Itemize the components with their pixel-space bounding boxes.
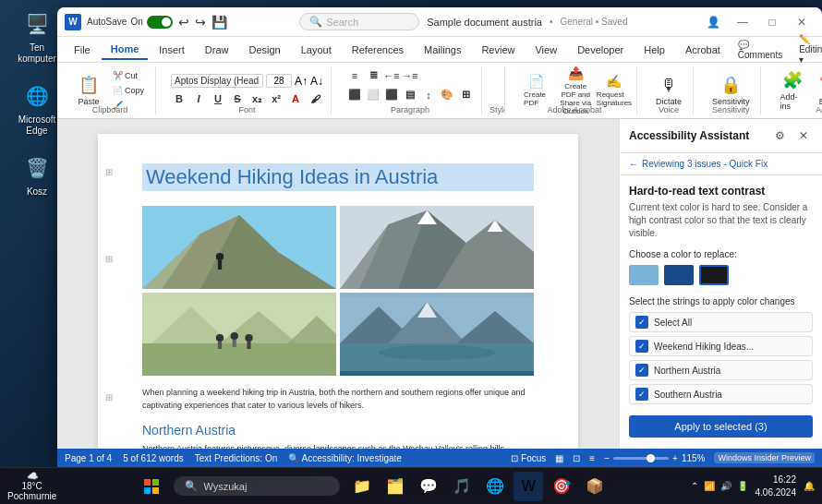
number-list-button[interactable]: ≣	[365, 67, 381, 84]
tab-design[interactable]: Design	[239, 41, 289, 59]
checkbox-northern-austria[interactable]: ✓ Northern Austria	[629, 360, 813, 380]
tab-review[interactable]: Review	[472, 41, 524, 59]
document-images-top	[142, 206, 534, 289]
shading-button[interactable]: 🎨	[439, 87, 455, 103]
tab-view[interactable]: View	[526, 41, 566, 59]
editing-button[interactable]: ✏️ Editing ▾	[792, 31, 822, 67]
cut-button[interactable]: ✂️Cut	[109, 69, 148, 82]
accessibility-status[interactable]: 🔍 Accessibility: Investigate	[288, 453, 402, 463]
panel-section-title: Hard-to-read text contrast	[629, 185, 813, 198]
toolbar-undo-icon[interactable]: ↩	[178, 15, 189, 30]
window-close-button[interactable]: ✕	[789, 13, 815, 31]
copy-button[interactable]: 📄Copy	[109, 84, 148, 97]
zoom-in-button[interactable]: +	[672, 453, 678, 463]
document-area[interactable]: ⊞ ⊞ ⊞ ⊞ Weekend Hiking Ideas in Austria	[57, 119, 619, 449]
checkbox-weekend-hiking[interactable]: ✓ Weekend Hiking Ideas...	[629, 336, 813, 356]
taskbar-search-bar[interactable]: 🔍 Wyszukaj	[174, 476, 340, 496]
tab-layout[interactable]: Layout	[292, 41, 341, 59]
edge-label: Microsoft Edge	[9, 114, 65, 137]
zoom-track[interactable]	[613, 457, 669, 460]
window-maximize-button[interactable]: □	[759, 13, 785, 31]
line-spacing-button[interactable]: ↕	[420, 87, 437, 103]
font-shrink-icon[interactable]: A↓	[310, 75, 323, 88]
window-minimize-button[interactable]: —	[730, 13, 756, 31]
checkbox-southern-austria[interactable]: ✓ Southern Austria	[629, 384, 813, 404]
title-bar-left: W AutoSave On ↩ ↪ 💾	[65, 14, 227, 30]
tab-file[interactable]: File	[65, 41, 100, 59]
toolbar-save-icon[interactable]: 💾	[212, 15, 227, 30]
view-web-icon[interactable]: ⊡	[573, 453, 580, 463]
taskbar-time[interactable]: 16:22 4.06.2024	[756, 474, 797, 499]
window-user-icon[interactable]: 👤	[700, 13, 726, 31]
zoom-out-button[interactable]: −	[604, 453, 610, 463]
create-pdf-button[interactable]: 📄 Create PDF	[520, 72, 551, 109]
word-logo: W	[65, 14, 81, 30]
panel-close-button[interactable]: ✕	[794, 126, 813, 145]
volume-icon[interactable]: 🔊	[720, 481, 731, 491]
title-search-box[interactable]: 🔍 Search	[299, 13, 419, 30]
view-read-icon[interactable]: ≡	[589, 453, 595, 463]
taskbar-app-extra[interactable]: 📦	[580, 472, 610, 501]
start-button[interactable]	[137, 472, 166, 501]
ribbon-group-acrobat: 📄 Create PDF 📤 Create PDF andShare via O…	[513, 66, 637, 114]
tab-draw[interactable]: Draw	[196, 41, 238, 59]
tab-help[interactable]: Help	[635, 41, 674, 59]
battery-icon[interactable]: 🔋	[737, 481, 748, 491]
taskbar-app-files[interactable]: 🗂️	[381, 472, 410, 501]
tab-acrobat[interactable]: Acrobat	[676, 41, 730, 59]
taskbar-app-edge[interactable]: 🌐	[480, 472, 510, 501]
borders-button[interactable]: ⊞	[457, 87, 474, 103]
dictate-button[interactable]: 🎙 Dictate	[652, 74, 685, 108]
font-size-input[interactable]	[266, 74, 292, 88]
color-swatch-dark-blue[interactable]	[664, 265, 694, 285]
autosave-toggle-switch[interactable]	[147, 16, 173, 29]
justify-button[interactable]: ▤	[402, 87, 418, 103]
tab-mailings[interactable]: Mailings	[415, 41, 470, 59]
taskbar-app-teams[interactable]: 💬	[414, 472, 443, 501]
editor-button[interactable]: ✏️ Editor	[813, 73, 822, 108]
chevron-up-icon[interactable]: ⌃	[691, 481, 698, 491]
desktop-icon-recycle[interactable]: 🗑️ Kosz	[9, 153, 65, 198]
checkbox-check-weekend: ✓	[635, 340, 648, 353]
indent-decrease-button[interactable]: ←≡	[383, 67, 400, 84]
view-normal-icon[interactable]: ▦	[555, 453, 563, 463]
align-right-button[interactable]: ⬛	[383, 87, 400, 103]
taskbar-app-music[interactable]: 🎵	[447, 472, 477, 501]
comments-button[interactable]: 💬 Comments	[731, 37, 789, 63]
color-swatch-black[interactable]	[699, 265, 729, 285]
toolbar-redo-icon[interactable]: ↪	[195, 15, 206, 30]
network-icon[interactable]: 📶	[704, 481, 715, 491]
sensitivity-button[interactable]: 🔒 Sensitivity	[708, 73, 754, 108]
focus-button[interactable]: ⊡ Focus	[511, 453, 546, 463]
indent-increase-button[interactable]: →≡	[402, 67, 418, 84]
desktop-icon-edge[interactable]: 🌐 Microsoft Edge	[9, 81, 65, 137]
tab-home[interactable]: Home	[102, 40, 149, 60]
paste-icon: 📋	[79, 75, 99, 95]
apply-to-selected-button[interactable]: Apply to selected (3)	[629, 415, 813, 438]
taskbar-app-word[interactable]: W	[514, 472, 543, 501]
checkbox-select-all[interactable]: ✓ Select All	[629, 312, 813, 332]
align-center-button[interactable]: ⬜	[365, 87, 381, 103]
taskbar-search-icon: 🔍	[185, 480, 198, 492]
tab-developer[interactable]: Developer	[568, 41, 633, 59]
mountain2-image	[340, 206, 534, 289]
align-left-button[interactable]: ⬛	[346, 87, 363, 103]
taskbar-app-explorer[interactable]: 📁	[347, 472, 377, 501]
checkbox-label-all: Select All	[654, 318, 692, 328]
autosave-toggle[interactable]: AutoSave On	[87, 16, 173, 29]
font-name-input[interactable]	[171, 74, 263, 88]
desktop-icon-computer[interactable]: 🖥️ Ten komputer	[9, 9, 65, 65]
font-grow-icon[interactable]: A↑	[295, 75, 308, 88]
panel-back-button[interactable]: ← Reviewing 3 issues - Quick Fix	[620, 153, 822, 175]
ribbon-group-font: A↑ A↓ B I U S x₂ x² A 🖌	[163, 66, 332, 114]
paste-button[interactable]: 📋 Paste	[72, 73, 105, 108]
bullet-list-button[interactable]: ≡	[346, 67, 363, 84]
word-window: W AutoSave On ↩ ↪ 💾 🔍 Search Sample docu…	[57, 7, 822, 467]
tab-insert[interactable]: Insert	[150, 41, 194, 59]
color-swatch-light-blue[interactable]	[629, 265, 659, 285]
notification-icon[interactable]: 🔔	[804, 481, 815, 491]
tab-references[interactable]: References	[343, 41, 413, 59]
panel-settings-button[interactable]: ⚙	[770, 126, 789, 145]
request-signature-button[interactable]: ✍️ RequestSignatures	[599, 72, 629, 109]
taskbar-app-spotify[interactable]: 🎯	[547, 472, 576, 501]
